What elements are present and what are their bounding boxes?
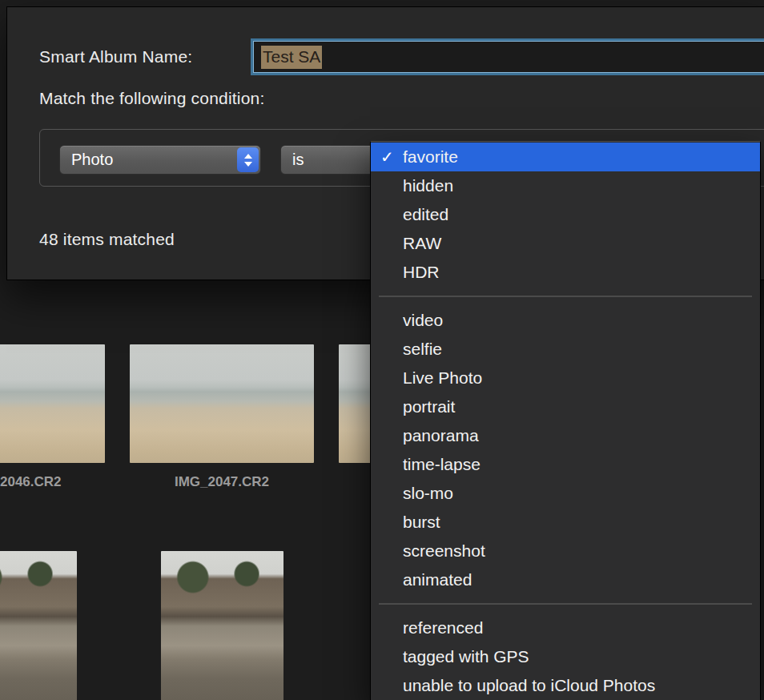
checkmark-icon: ✓ — [380, 147, 403, 167]
menu-item-unable-to-upload[interactable]: unable to upload to iCloud Photos — [371, 671, 760, 700]
items-matched-status: 48 items matched — [39, 230, 175, 249]
criteria-type-popup[interactable]: Photo — [59, 145, 261, 175]
photo-thumbnail[interactable] — [130, 344, 314, 463]
menu-item-panorama[interactable]: panorama — [371, 421, 760, 450]
criteria-value-menu: ✓ favorite hidden edited RAW HDR video s… — [370, 141, 761, 700]
smart-album-name-label: Smart Album Name: — [39, 47, 192, 66]
menu-item-raw[interactable]: RAW — [371, 229, 760, 258]
match-condition-label: Match the following condition: — [39, 89, 265, 108]
photo-thumbnail[interactable] — [0, 344, 105, 463]
menu-item-time-lapse[interactable]: time-lapse — [371, 450, 760, 479]
menu-separator — [379, 603, 752, 605]
menu-item-favorite[interactable]: ✓ favorite — [371, 143, 760, 171]
photo-thumbnail[interactable] — [0, 551, 77, 700]
menu-item-screenshot[interactable]: screenshot — [371, 537, 760, 565]
smart-album-name-value: Test SA — [261, 46, 322, 69]
menu-item-edited[interactable]: edited — [371, 200, 760, 229]
menu-item-slo-mo[interactable]: slo-mo — [371, 479, 760, 508]
menu-item-referenced[interactable]: referenced — [371, 614, 760, 642]
menu-item-selfie[interactable]: selfie — [371, 335, 760, 364]
menu-item-video[interactable]: video — [371, 306, 760, 335]
menu-item-portrait[interactable]: portrait — [371, 392, 760, 421]
criteria-operator-value: is — [292, 151, 304, 169]
photo-filename: 2046.CR2 — [0, 474, 62, 490]
photo-filename: IMG_2047.CR2 — [130, 474, 314, 490]
menu-item-hdr[interactable]: HDR — [371, 258, 760, 287]
popup-chevrons-icon — [237, 147, 259, 172]
criteria-type-value: Photo — [71, 151, 113, 169]
smart-album-name-input[interactable]: Test SA — [253, 41, 764, 73]
menu-item-animated[interactable]: animated — [371, 565, 760, 594]
menu-item-live-photo[interactable]: Live Photo — [371, 364, 760, 392]
photos-app-screen: 2046.CR2 IMG_2047.CR2 Smart Album Name: … — [0, 0, 764, 700]
photo-thumbnail[interactable] — [161, 551, 283, 700]
menu-separator — [379, 296, 752, 297]
menu-item-burst[interactable]: burst — [371, 508, 760, 537]
menu-item-tagged-with-gps[interactable]: tagged with GPS — [371, 642, 760, 671]
menu-item-hidden[interactable]: hidden — [371, 171, 760, 200]
